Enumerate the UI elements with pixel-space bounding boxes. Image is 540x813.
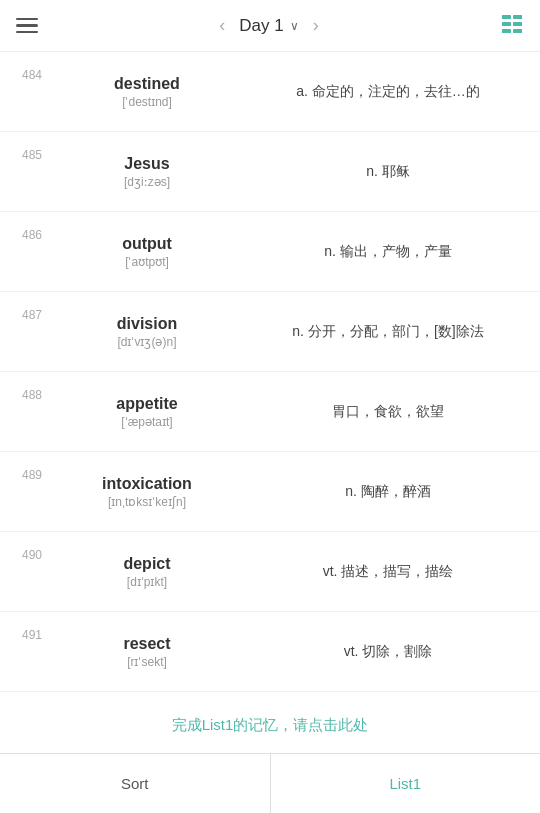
word-english: resect <box>123 635 170 653</box>
word-list: 484 destined [ˈdestɪnd] a. 命定的，注定的，去往…的 … <box>0 52 540 698</box>
word-left: resect [rɪˈsekt] <box>52 635 232 669</box>
word-chinese: a. 命定的，注定的，去往…的 <box>232 80 540 102</box>
word-row[interactable]: 485 Jesus [dʒiːzəs] n. 耶稣 <box>0 132 540 212</box>
word-chinese: n. 陶醉，醉酒 <box>232 480 540 502</box>
word-chinese: vt. 切除，割除 <box>232 640 540 662</box>
word-number: 487 <box>0 304 52 322</box>
header-center: ‹ Day 1 ∨ › <box>211 11 326 40</box>
word-left: intoxication [ɪnˌtɒksɪˈkeɪʃn] <box>52 475 232 509</box>
word-left: output [ˈaʊtpʊt] <box>52 235 232 269</box>
word-number: 488 <box>0 384 52 402</box>
word-phonetic: [ˈaʊtpʊt] <box>125 255 169 269</box>
word-row[interactable]: 491 resect [rɪˈsekt] vt. 切除，割除 <box>0 612 540 692</box>
word-row[interactable]: 484 destined [ˈdestɪnd] a. 命定的，注定的，去往…的 <box>0 52 540 132</box>
word-row[interactable]: 490 depict [dɪˈpɪkt] vt. 描述，描写，描绘 <box>0 532 540 612</box>
word-row[interactable]: 487 division [dɪˈvɪʒ(ə)n] n. 分开，分配，部门，[数… <box>0 292 540 372</box>
svg-rect-1 <box>513 15 522 19</box>
app-header: ‹ Day 1 ∨ › <box>0 0 540 52</box>
word-english: appetite <box>116 395 177 413</box>
word-phonetic: [ɪnˌtɒksɪˈkeɪʃn] <box>108 495 186 509</box>
word-left: appetite [ˈæpətaɪt] <box>52 395 232 429</box>
word-number: 491 <box>0 624 52 642</box>
menu-icon[interactable] <box>16 18 38 34</box>
word-phonetic: [dʒiːzəs] <box>124 175 170 189</box>
word-phonetic: [ˈdestɪnd] <box>122 95 172 109</box>
word-left: division [dɪˈvɪʒ(ə)n] <box>52 315 232 349</box>
word-row[interactable]: 489 intoxication [ɪnˌtɒksɪˈkeɪʃn] n. 陶醉，… <box>0 452 540 532</box>
word-english: intoxication <box>102 475 192 493</box>
svg-rect-5 <box>513 29 522 33</box>
tab-sort[interactable]: Sort <box>0 754 271 813</box>
word-number: 484 <box>0 64 52 82</box>
word-chinese: n. 耶稣 <box>232 160 540 182</box>
day-title: Day 1 <box>239 16 283 36</box>
svg-rect-2 <box>502 22 511 26</box>
list-view-icon[interactable] <box>500 12 524 40</box>
word-row[interactable]: 488 appetite [ˈæpətaɪt] 胃口，食欲，欲望 <box>0 372 540 452</box>
complete-link[interactable]: 完成List1的记忆，请点击此处 <box>0 698 540 753</box>
next-button[interactable]: › <box>305 11 327 40</box>
word-chinese: n. 分开，分配，部门，[数]除法 <box>232 320 540 342</box>
word-number: 485 <box>0 144 52 162</box>
word-row[interactable]: 486 output [ˈaʊtpʊt] n. 输出，产物，产量 <box>0 212 540 292</box>
word-chinese: n. 输出，产物，产量 <box>232 240 540 262</box>
word-english: Jesus <box>124 155 169 173</box>
word-left: Jesus [dʒiːzəs] <box>52 155 232 189</box>
prev-button[interactable]: ‹ <box>211 11 233 40</box>
word-number: 486 <box>0 224 52 242</box>
svg-rect-0 <box>502 15 511 19</box>
word-number: 490 <box>0 544 52 562</box>
bottom-tabs: Sort List1 <box>0 753 540 813</box>
word-phonetic: [rɪˈsekt] <box>127 655 167 669</box>
word-phonetic: [ˈæpətaɪt] <box>121 415 172 429</box>
svg-rect-4 <box>502 29 511 33</box>
word-phonetic: [dɪˈpɪkt] <box>127 575 167 589</box>
word-chinese: vt. 描述，描写，描绘 <box>232 560 540 582</box>
word-chinese: 胃口，食欲，欲望 <box>232 400 540 422</box>
word-english: destined <box>114 75 180 93</box>
word-english: output <box>122 235 172 253</box>
word-phonetic: [dɪˈvɪʒ(ə)n] <box>117 335 176 349</box>
word-number: 489 <box>0 464 52 482</box>
svg-rect-3 <box>513 22 522 26</box>
word-left: destined [ˈdestɪnd] <box>52 75 232 109</box>
word-english: division <box>117 315 177 333</box>
word-left: depict [dɪˈpɪkt] <box>52 555 232 589</box>
word-english: depict <box>123 555 170 573</box>
chevron-down-icon[interactable]: ∨ <box>290 19 299 33</box>
tab-list1[interactable]: List1 <box>271 754 541 813</box>
